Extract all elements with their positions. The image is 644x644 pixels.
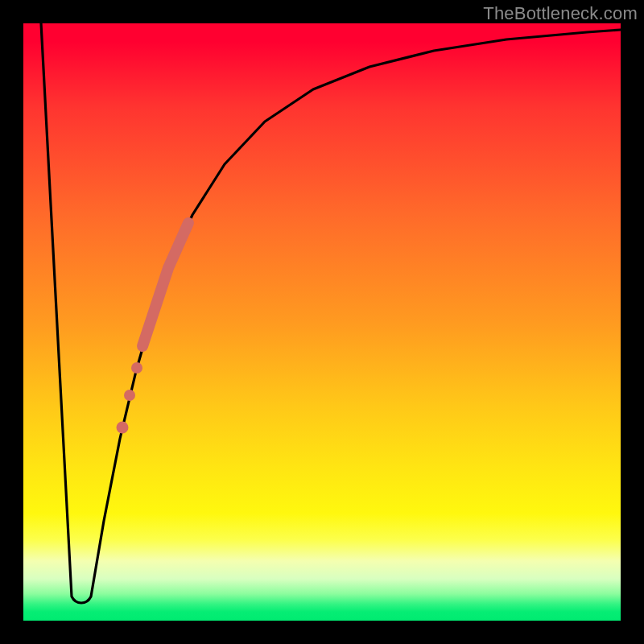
highlight-dot	[131, 362, 142, 374]
curve-layer	[23, 23, 621, 621]
plot-area	[23, 23, 621, 621]
highlight-dot	[117, 422, 129, 434]
watermark: TheBottleneck.com	[483, 3, 638, 24]
highlight-dot	[124, 390, 135, 401]
highlight-segment	[142, 223, 188, 346]
chart-frame: TheBottleneck.com	[0, 0, 644, 644]
bottleneck-curve	[41, 23, 621, 603]
